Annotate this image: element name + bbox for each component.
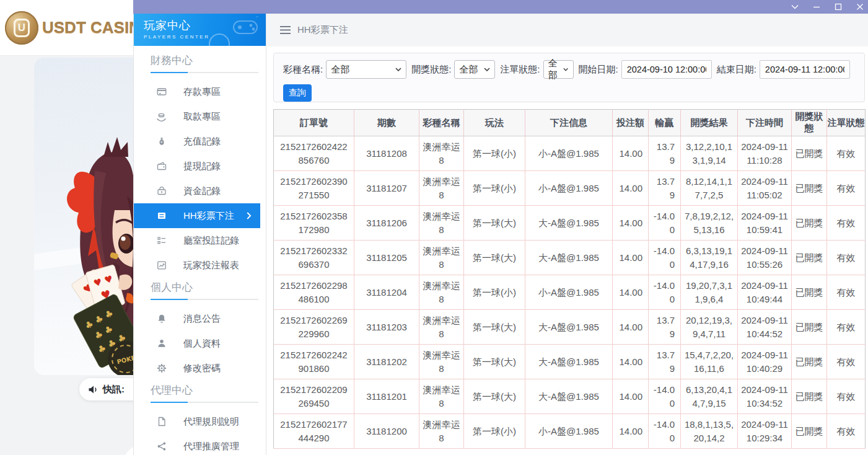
end-date-input[interactable] — [760, 60, 850, 79]
funds-icon — [156, 186, 167, 197]
left-decorative-panel: ♥ ♥ ♥ ♥ ♥ ♣ ♣ ♣ ♣ ♣ ♣ ♣ ♣ — [0, 0, 133, 455]
cell-win-loss: -14.00 — [649, 379, 681, 414]
cell-win-loss: 13.79 — [649, 310, 681, 345]
table-row: 215217260229848610031181204澳洲幸运8第一球(小)小-… — [274, 275, 866, 310]
draw-status-value: 全部 — [459, 64, 478, 76]
query-button[interactable]: 查詢 — [283, 84, 312, 102]
cell-play-type: 第一球(大) — [464, 345, 525, 379]
sidebar-item-label: 存款專區 — [183, 86, 221, 98]
sidebar-item-hall-record[interactable]: 廳室投註記錄 — [134, 228, 266, 253]
sidebar-item-wallet[interactable]: 提現記錄 — [134, 154, 266, 179]
sidebar-item-label: 消息公告 — [183, 313, 221, 325]
cell-draw-result: 6,3,13,19,14,17,9,16 — [681, 241, 738, 275]
select-chevron-icon — [484, 68, 490, 71]
start-date-label: 開始日期: — [579, 64, 618, 76]
cell-bet-amount: 14.00 — [613, 206, 649, 241]
cell-period: 31181200 — [354, 414, 419, 449]
select-chevron-icon — [395, 68, 401, 71]
sidebar-item-user[interactable]: 個人資料 — [134, 331, 266, 356]
cell-order-no: 2152172602177444290 — [274, 414, 354, 449]
table-body: 215217260242285676031181208澳洲幸运8第一球(小)小-… — [274, 136, 866, 449]
cell-lottery-name: 澳洲幸运8 — [419, 136, 464, 171]
chevron-down-icon[interactable] — [791, 2, 799, 11]
cell-lottery-name: 澳洲幸运8 — [419, 414, 464, 449]
document-icon — [156, 417, 167, 427]
sidebar-item-label: 玩家投注報表 — [183, 260, 239, 272]
bell-icon — [156, 314, 167, 324]
maximize-button[interactable] — [834, 2, 843, 11]
cell-order-status: 有效 — [827, 206, 866, 241]
sidebar-item-label: 取款專區 — [183, 111, 221, 123]
table-row: 215217260235817298031181206澳洲幸运8第一球(大)大-… — [274, 206, 866, 241]
sidebar-item-bell[interactable]: 消息公告 — [134, 306, 266, 331]
column-header-win-loss: 輸贏 — [649, 110, 681, 136]
sidebar-item-moneybag[interactable]: ¥充值記錄 — [134, 129, 266, 154]
cell-play-type: 第一球(大) — [464, 379, 525, 414]
table-row: 215217260239027155031181207澳洲幸运8第一球(小)小-… — [274, 171, 866, 206]
cell-bet-time: 2024-09-11 11:10:28 — [738, 136, 792, 171]
sidebar-item-label: 廳室投註記錄 — [183, 235, 239, 247]
cell-lottery-name: 澳洲幸运8 — [419, 171, 464, 206]
sidebar-section-title: 代理中心 — [151, 383, 266, 397]
column-header-draw-result: 開獎結果 — [681, 110, 738, 136]
column-header-draw-status: 開獎狀態 — [792, 110, 827, 136]
filter-panel: 彩種名稱: 全部 開獎狀態: 全部 注單狀態: 全部 開始日期: 結束日期: — [273, 53, 865, 102]
share-icon — [156, 441, 167, 452]
minimize-button[interactable] — [812, 2, 821, 11]
user-icon — [156, 338, 167, 349]
sidebar-section-title: 個人中心 — [151, 280, 266, 294]
cell-order-no: 2152172602209269450 — [274, 379, 354, 414]
sidebar-item-report-chart[interactable]: 玩家投注報表 — [134, 253, 266, 278]
coin-letter: U — [14, 19, 30, 37]
sidebar-item-funds[interactable]: 資金記錄 — [134, 179, 266, 203]
sidebar-item-document[interactable]: 代理規則說明 — [134, 409, 266, 434]
close-button[interactable] — [856, 2, 864, 11]
sidebar-item-label: 修改密碼 — [183, 363, 221, 374]
cell-draw-status: 已開獎 — [792, 241, 827, 275]
sidebar-item-deposit-card[interactable]: 存款專區 — [134, 79, 266, 104]
cell-order-status: 有效 — [827, 171, 866, 206]
sidebar-item-lottery-list[interactable]: HH彩票下注 — [134, 203, 260, 228]
column-header-bet-time: 下注時間 — [738, 110, 792, 136]
lottery-list-icon — [156, 211, 167, 221]
sidebar-item-label: 代理推廣管理 — [183, 441, 239, 453]
brand-logo: U USDT CASINO — [0, 0, 133, 56]
order-status-select[interactable]: 全部 — [543, 60, 574, 79]
cell-draw-result: 19,20,7,3,11,9,6,4 — [681, 275, 738, 310]
cell-bet-time: 2024-09-11 10:29:34 — [738, 414, 792, 449]
table-row: 215217260224290186031181202澳洲幸运8第一球(大)大-… — [274, 345, 866, 379]
report-chart-icon — [156, 260, 167, 271]
sidebar-item-withdraw-hand[interactable]: 取款專區 — [134, 104, 266, 129]
start-date-input[interactable] — [621, 60, 712, 79]
cell-draw-status: 已開獎 — [792, 206, 827, 241]
mascot-illustration: ♥ ♥ ♥ ♥ ♥ ♣ ♣ ♣ ♣ ♣ ♣ ♣ ♣ — [34, 58, 133, 375]
cell-lottery-name: 澳洲幸运8 — [419, 275, 464, 310]
cell-bet-info: 小-A盤@1.985 — [525, 136, 613, 171]
cell-play-type: 第一球(小) — [464, 275, 525, 310]
cell-order-no: 2152172602358172980 — [274, 206, 354, 241]
cell-draw-result: 3,12,2,10,13,1,9,14 — [681, 136, 738, 171]
sidebar-item-gear[interactable]: 修改密碼 — [134, 356, 266, 381]
hamburger-menu-icon[interactable] — [280, 26, 291, 34]
sidebar-item-label: HH彩票下注 — [183, 210, 234, 222]
cell-draw-status: 已開獎 — [792, 275, 827, 310]
cell-draw-status: 已開獎 — [792, 171, 827, 206]
page-title: HH彩票下注 — [297, 24, 348, 36]
draw-status-select[interactable]: 全部 — [454, 60, 495, 79]
column-header-bet-info: 下注信息 — [525, 110, 613, 136]
table-row: 215217260220926945031181201澳洲幸运8第一球(大)大-… — [274, 379, 866, 414]
cell-bet-time: 2024-09-11 11:05:02 — [738, 171, 792, 206]
cell-lottery-name: 澳洲幸运8 — [419, 345, 464, 379]
brand-name: USDT CASINO — [42, 18, 133, 37]
sidebar-item-share[interactable]: 代理推廣管理 — [134, 434, 266, 455]
lottery-name-select[interactable]: 全部 — [326, 60, 406, 79]
news-ticker: 快訊: — [79, 378, 133, 400]
end-date-label: 結束日期: — [717, 64, 756, 76]
cell-bet-info: 小-A盤@1.985 — [525, 171, 613, 206]
gamepad-icon — [231, 16, 260, 40]
lottery-name-value: 全部 — [331, 64, 349, 76]
cell-order-no: 2152172602390271550 — [274, 171, 354, 206]
cell-bet-amount: 14.00 — [613, 379, 649, 414]
select-chevron-icon — [563, 68, 568, 71]
cell-bet-amount: 14.00 — [613, 414, 649, 449]
